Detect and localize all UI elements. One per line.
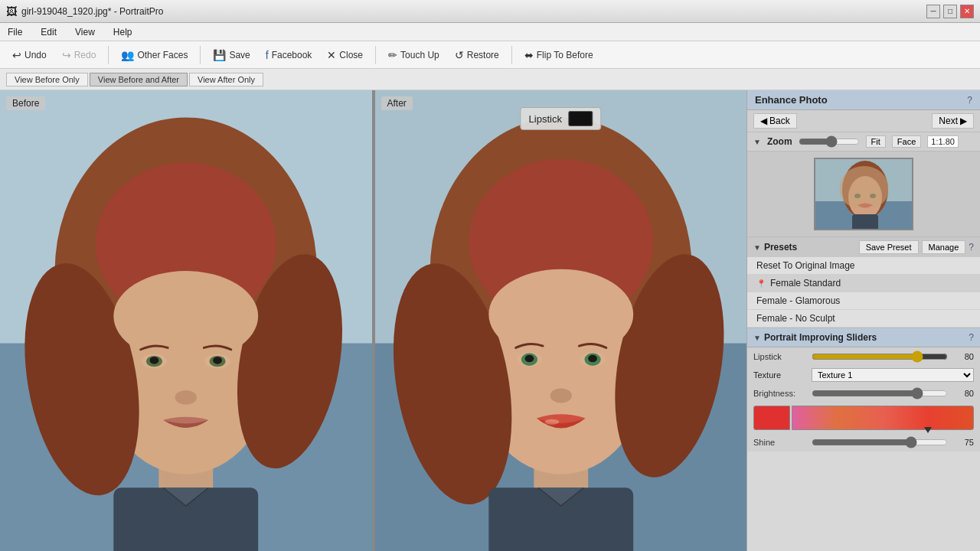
touch-up-button[interactable]: ✏ Touch Up <box>382 47 446 64</box>
before-label: Before <box>6 96 45 110</box>
lipstick-slider[interactable] <box>812 350 948 363</box>
preset-item-reset[interactable]: Reset To Original Image <box>747 257 980 275</box>
separator-4 <box>511 46 512 64</box>
titlebar-controls[interactable]: ─ □ ✕ <box>926 5 974 18</box>
color-gradient-bar[interactable] <box>792 406 974 430</box>
back-next-row: ◀ Back Next ▶ <box>747 110 980 132</box>
sliders-header: ▼ Portrait Improving Sliders ? <box>747 328 980 347</box>
other-faces-icon: 👥 <box>121 49 134 61</box>
lipstick-value: 80 <box>952 352 974 361</box>
back-button[interactable]: ◀ Back <box>753 113 797 129</box>
redo-button[interactable]: ↪ Redo <box>56 47 103 64</box>
view-toggle: View Before Only View Before and After V… <box>0 69 980 90</box>
save-button[interactable]: 💾 Save <box>207 47 256 64</box>
svg-rect-41 <box>852 214 878 230</box>
sliders-help-icon[interactable]: ? <box>969 332 974 343</box>
zoom-fit-button[interactable]: Fit <box>866 135 886 148</box>
presets-section: ▼ Presets Save Preset Manage ? Reset To … <box>747 237 980 328</box>
svg-point-13 <box>150 357 159 364</box>
presets-help-icon[interactable]: ? <box>969 242 974 253</box>
titlebar-left: 🖼 girl-919048_1920.jpg* - PortraitPro <box>6 5 163 18</box>
menu-file[interactable]: File <box>5 25 25 39</box>
view-before-only-button[interactable]: View Before Only <box>6 73 88 86</box>
title-bar: 🖼 girl-919048_1920.jpg* - PortraitPro ─ … <box>0 0 980 23</box>
view-after-only-button[interactable]: View After Only <box>189 73 263 86</box>
enhance-help-icon[interactable]: ? <box>967 95 972 106</box>
back-arrow-icon: ◀ <box>760 116 767 126</box>
restore-button[interactable]: ↺ Restore <box>449 47 505 64</box>
shine-value: 75 <box>952 438 974 447</box>
separator-1 <box>108 46 109 64</box>
separator-2 <box>200 46 201 64</box>
zoom-collapse-icon[interactable]: ▼ <box>753 138 761 146</box>
menu-view[interactable]: View <box>72 25 98 39</box>
after-panel: After Lipstick <box>375 90 747 551</box>
thumbnail-image <box>815 159 912 229</box>
color-red-swatch[interactable] <box>753 406 790 430</box>
main-content: Before <box>0 90 980 551</box>
svg-point-30 <box>524 355 534 362</box>
color-bar-row <box>747 403 980 433</box>
thumbnail-box[interactable] <box>814 158 913 230</box>
brightness-value: 80 <box>952 389 974 398</box>
shine-slider[interactable] <box>812 436 948 448</box>
preset-item-glamorous[interactable]: Female - Glamorous <box>747 292 980 310</box>
shine-label: Shine <box>753 438 807 447</box>
lipstick-color-swatch[interactable] <box>568 111 593 126</box>
zoom-face-button[interactable]: Face <box>892 135 921 148</box>
undo-button[interactable]: ↩ Undo <box>6 47 53 64</box>
texture-label: Texture <box>753 370 807 380</box>
menu-help[interactable]: Help <box>110 25 136 39</box>
presets-collapse-icon[interactable]: ▼ <box>753 243 761 252</box>
shine-slider-row: Shine 75 <box>747 433 980 452</box>
next-button[interactable]: Next ▶ <box>932 113 974 129</box>
undo-icon: ↩ <box>12 49 21 61</box>
redo-icon: ↪ <box>62 49 71 61</box>
toolbar: ↩ Undo ↪ Redo 👥 Other Faces 💾 Save f Fac… <box>0 41 980 69</box>
after-photo <box>375 90 747 551</box>
preset-item-female-standard[interactable]: 📍 Female Standard <box>747 275 980 292</box>
svg-point-25 <box>488 269 633 360</box>
svg-point-33 <box>544 419 559 425</box>
zoom-value: 1:1.80 <box>927 135 959 148</box>
other-faces-button[interactable]: 👥 Other Faces <box>115 47 194 64</box>
save-preset-button[interactable]: Save Preset <box>859 240 919 254</box>
restore-icon: ↺ <box>455 49 464 61</box>
sliders-section: ▼ Portrait Improving Sliders ? Lipstick … <box>747 328 980 452</box>
texture-select[interactable]: Texture 1 Texture 2 Texture 3 Texture 4 <box>812 368 974 382</box>
close-photo-button[interactable]: ✕ Close <box>321 47 369 64</box>
before-photo <box>0 90 372 551</box>
minimize-button[interactable]: ─ <box>926 5 940 18</box>
menu-bar: File Edit View Help <box>0 23 980 41</box>
thumbnail-area <box>747 152 980 237</box>
presets-header-left: ▼ Presets <box>753 242 797 253</box>
brightness-slider-row: Brightness: 80 <box>747 384 980 403</box>
flip-icon: ⬌ <box>524 49 534 61</box>
facebook-button[interactable]: f Facebook <box>260 47 318 64</box>
app-icon: 🖼 <box>6 5 17 18</box>
close-photo-icon: ✕ <box>327 49 336 61</box>
window-title: girl-919048_1920.jpg* - PortraitPro <box>21 6 163 17</box>
svg-point-14 <box>213 357 222 364</box>
after-label: After <box>381 96 413 110</box>
menu-edit[interactable]: Edit <box>38 25 60 39</box>
svg-point-39 <box>854 194 861 198</box>
close-window-button[interactable]: ✕ <box>960 5 974 18</box>
flip-to-before-button[interactable]: ⬌ Flip To Before <box>518 47 599 64</box>
view-before-and-after-button[interactable]: View Before and After <box>90 73 188 86</box>
brightness-slider[interactable] <box>812 387 948 399</box>
sliders-collapse-icon[interactable]: ▼ <box>753 334 761 342</box>
facebook-icon: f <box>266 49 269 61</box>
lipstick-tooltip: Lipstick <box>521 107 601 130</box>
svg-point-31 <box>588 355 597 362</box>
color-cursor <box>924 427 932 433</box>
zoom-slider[interactable] <box>799 135 860 148</box>
zoom-label: Zoom <box>767 136 792 147</box>
next-arrow-icon: ▶ <box>960 116 967 126</box>
lipstick-tooltip-label: Lipstick <box>529 113 562 125</box>
right-scroll-container: ▼ Presets Save Preset Manage ? Reset To … <box>747 152 980 551</box>
maximize-button[interactable]: □ <box>943 5 957 18</box>
preset-item-no-sculpt[interactable]: Female - No Sculpt <box>747 310 980 328</box>
presets-header: ▼ Presets Save Preset Manage ? <box>747 237 980 257</box>
manage-presets-button[interactable]: Manage <box>922 240 966 254</box>
